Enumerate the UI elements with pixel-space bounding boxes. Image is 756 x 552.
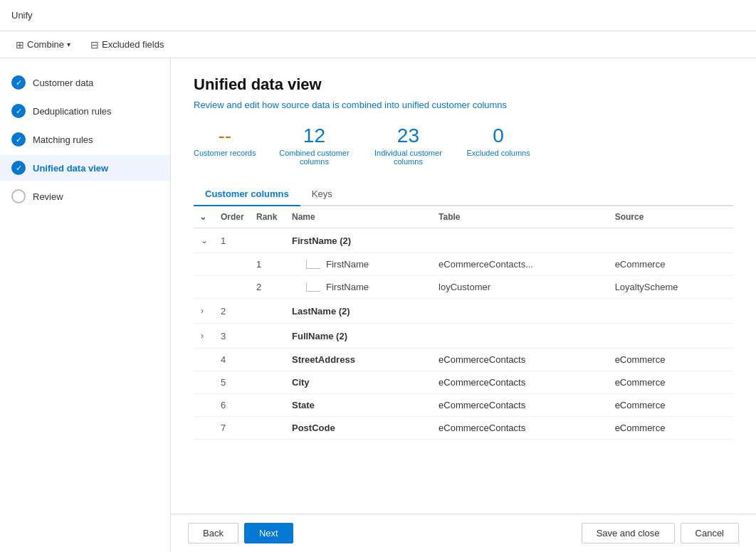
stat-combined-columns: 12 Combined customer columns: [278, 124, 350, 166]
expand-lastname-button[interactable]: ›: [199, 304, 205, 317]
stat-value-customer-records: --: [218, 124, 231, 147]
stat-individual-columns: 23 Individual customer columns: [372, 124, 443, 166]
sidebar-item-review[interactable]: Review: [0, 184, 170, 209]
sidebar-circle-customer-data: ✓: [11, 75, 26, 90]
cell-table: eCommerceContacts: [433, 417, 609, 440]
cell-order: 7: [215, 417, 251, 440]
cell-source: LoyaltyScheme: [609, 276, 733, 299]
sidebar-circle-matching-rules: ✓: [11, 132, 26, 147]
cell-source: eCommerce: [609, 349, 733, 371]
sidebar-item-deduplication-rules[interactable]: ✓ Deduplication rules: [0, 98, 170, 124]
table-container: ⌄ Order Rank Name Table Source: [194, 206, 733, 440]
toolbar: ⊞ Combine ▾ ⊟ Excluded fields: [0, 31, 756, 58]
app-title: Unify: [11, 10, 33, 21]
col-header-source: Source: [609, 206, 733, 228]
col-header-table: Table: [433, 206, 609, 228]
sidebar: ✓ Customer data ✓ Deduplication rules ✓ …: [0, 58, 171, 552]
combine-button[interactable]: ⊞ Combine ▾: [11, 36, 75, 53]
sidebar-circle-review: [11, 189, 26, 203]
cell-source: eCommerce: [609, 371, 733, 394]
cell-rank: 2: [251, 276, 286, 299]
cell-name: FirstName: [286, 276, 433, 299]
stats-row: -- Customer records 12 Combined customer…: [194, 124, 733, 166]
excluded-fields-icon: ⊟: [90, 39, 99, 51]
table-row: › 3 FullName (2): [194, 324, 733, 349]
footer-bar: Back Next Save and close Cancel: [171, 514, 756, 552]
table-row: 5 City eCommerceContacts eCommerce: [194, 371, 733, 394]
sidebar-label-matching-rules: Matching rules: [33, 134, 93, 145]
sidebar-label-review: Review: [33, 191, 63, 202]
cell-source: [609, 228, 733, 253]
cell-source: eCommerce: [609, 394, 733, 417]
stat-value-combined-columns: 12: [303, 124, 325, 147]
cell-rank: [251, 417, 286, 440]
table-row: 2 FirstName loyCustomer LoyaltyScheme: [194, 276, 733, 299]
cell-name: State: [286, 394, 433, 417]
sidebar-circle-unified-data-view: ✓: [11, 161, 26, 175]
cell-table: eCommerceContacts...: [433, 253, 609, 276]
table-row: 1 FirstName eCommerceContacts... eCommer…: [194, 253, 733, 276]
excluded-fields-button[interactable]: ⊟ Excluded fields: [86, 36, 168, 53]
cell-table: [433, 299, 609, 324]
cell-table: eCommerceContacts: [433, 349, 609, 371]
next-button[interactable]: Next: [244, 523, 293, 543]
stat-label-excluded-columns: Excluded columns: [466, 149, 530, 157]
sidebar-item-matching-rules[interactable]: ✓ Matching rules: [0, 127, 170, 152]
sidebar-circle-deduplication-rules: ✓: [11, 104, 26, 118]
stat-customer-records: -- Customer records: [194, 124, 256, 166]
cell-table: loyCustomer: [433, 276, 609, 299]
tab-customer-columns[interactable]: Customer columns: [194, 183, 300, 206]
sidebar-label-deduplication-rules: Deduplication rules: [33, 106, 112, 117]
cell-order: 5: [215, 371, 251, 394]
stat-value-individual-columns: 23: [397, 124, 419, 147]
cell-rank: [251, 299, 286, 324]
cell-source: eCommerce: [609, 253, 733, 276]
combine-chevron-icon: ▾: [67, 41, 70, 48]
stat-label-customer-records: Customer records: [194, 149, 256, 157]
cell-name: PostCode: [286, 417, 433, 440]
main-layout: ✓ Customer data ✓ Deduplication rules ✓ …: [0, 58, 756, 552]
expand-fullname-button[interactable]: ›: [199, 329, 205, 342]
cell-rank: [251, 324, 286, 349]
columns-table: ⌄ Order Rank Name Table Source: [194, 206, 733, 440]
table-row: 6 State eCommerceContacts eCommerce: [194, 394, 733, 417]
page-subtitle: Review and edit how source data is combi…: [194, 100, 733, 110]
cell-name: FirstName (2): [286, 228, 433, 253]
cancel-button[interactable]: Cancel: [681, 523, 739, 543]
cell-order: 3: [215, 324, 251, 349]
sidebar-label-customer-data: Customer data: [33, 78, 93, 88]
save-close-button[interactable]: Save and close: [582, 523, 675, 543]
cell-table: eCommerceContacts: [433, 394, 609, 417]
col-header-order: Order: [215, 206, 251, 228]
back-button[interactable]: Back: [188, 523, 238, 543]
table-row: 4 StreetAddress eCommerceContacts eComme…: [194, 349, 733, 371]
cell-table: [433, 228, 609, 253]
page-title: Unified data view: [194, 75, 733, 94]
cell-rank: [251, 371, 286, 394]
content-area: Unified data view Review and edit how so…: [171, 58, 756, 552]
cell-order: 1: [215, 228, 251, 253]
cell-rank: 1: [251, 253, 286, 276]
expand-firstname-button[interactable]: ⌄: [199, 234, 209, 247]
cell-rank: [251, 228, 286, 253]
cell-source: eCommerce: [609, 417, 733, 440]
sidebar-label-unified-data-view: Unified data view: [33, 163, 108, 174]
cell-name: FullName (2): [286, 324, 433, 349]
combine-icon: ⊞: [16, 39, 24, 51]
cell-table: eCommerceContacts: [433, 371, 609, 394]
stat-label-combined-columns: Combined customer columns: [278, 149, 350, 166]
page-body: Unified data view Review and edit how so…: [171, 58, 756, 514]
tab-keys[interactable]: Keys: [300, 183, 344, 206]
cell-name: LastName (2): [286, 299, 433, 324]
col-header-rank: Rank: [251, 206, 286, 228]
cell-rank: [251, 394, 286, 417]
stat-label-individual-columns: Individual customer columns: [372, 149, 443, 166]
stat-excluded-columns: 0 Excluded columns: [466, 124, 530, 166]
tabs-bar: Customer columns Keys: [194, 183, 733, 206]
cell-table: [433, 324, 609, 349]
col-header-name: Name: [286, 206, 433, 228]
table-row: › 2 LastName (2): [194, 299, 733, 324]
expand-all-icon: ⌄: [199, 212, 206, 222]
sidebar-item-unified-data-view[interactable]: ✓ Unified data view: [0, 155, 170, 181]
sidebar-item-customer-data[interactable]: ✓ Customer data: [0, 70, 170, 95]
